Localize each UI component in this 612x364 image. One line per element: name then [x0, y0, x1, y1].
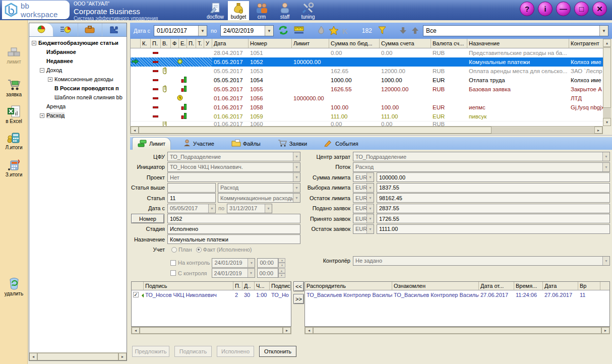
ruler-icon[interactable]	[293, 25, 305, 36]
grid-column-header[interactable]: Е.	[179, 39, 187, 48]
date-from-picker[interactable]: 01/01/2017 ▼	[154, 25, 207, 36]
signature-column-header[interactable]: П.	[233, 282, 242, 290]
scroll-thumb[interactable]	[313, 327, 601, 334]
grid-vertical-scrollbar[interactable]: ▴ ▾	[603, 39, 611, 126]
scroll-right-icon[interactable]: ▸	[594, 127, 602, 134]
grid-column-header[interactable]: Контрагент	[569, 39, 603, 48]
scroll-left-icon[interactable]: ◂	[131, 127, 139, 134]
plan-radio[interactable]	[171, 247, 177, 253]
signature-column-header[interactable]: Д..	[242, 282, 255, 290]
chevron-down-icon[interactable]: ▼	[248, 259, 255, 267]
grid-row[interactable]: 05.05.201710541000.001000.00EURОтлата тр…	[131, 76, 603, 85]
grid-column-header[interactable]: П.	[151, 39, 161, 48]
info-button[interactable]: i	[538, 2, 553, 16]
minimize-button[interactable]: —	[556, 2, 571, 16]
controller-column-header[interactable]: Время...	[514, 282, 543, 290]
grid-column-header[interactable]: У	[204, 39, 212, 48]
sidebar-item-zitogi[interactable]: З.итоги	[0, 158, 28, 177]
scroll-right-icon[interactable]: ▸	[283, 327, 291, 334]
sidebar-item-delete[interactable]: удалить	[0, 276, 28, 296]
chevron-down-icon[interactable]: ▼	[366, 204, 374, 213]
on-control-time-field[interactable]: 00:00	[257, 258, 278, 268]
signature-checkbox[interactable]: ✓	[133, 292, 139, 297]
arrow-down-icon[interactable]	[399, 26, 407, 36]
tab-pie-list[interactable]	[53, 23, 78, 36]
grid-row[interactable]: 01.06.201710561000000.00ЛТД	[131, 94, 603, 103]
grid-column-header[interactable]: К.	[141, 39, 151, 48]
tab-events[interactable]: События	[319, 137, 363, 150]
fact-radio[interactable]	[196, 247, 202, 253]
grid-row[interactable]: 28.04.201710510.000.00RUBПредставительск…	[131, 48, 603, 57]
limit-used-currency-select[interactable]: EUR▼	[353, 183, 374, 193]
controller-table-scrollbar[interactable]: ◂ ▸	[304, 327, 610, 334]
tree-horizontal-scrollbar[interactable]: ◂ ▸	[29, 352, 127, 360]
cfu-select[interactable]: ТО_Подразделение▼	[167, 152, 300, 161]
parent-article-code-field[interactable]	[167, 183, 216, 193]
chevron-down-icon[interactable]: ▼	[265, 204, 272, 213]
off-control-checkbox[interactable]	[170, 270, 176, 276]
scroll-right-icon[interactable]: ▸	[601, 327, 609, 334]
chevron-down-icon[interactable]: ▼	[599, 26, 608, 36]
grid-column-header[interactable]: В.	[161, 39, 171, 48]
scroll-right-icon[interactable]: ▸	[118, 353, 127, 360]
stage-field[interactable]: Исполнено	[167, 224, 300, 234]
scroll-up-icon[interactable]: ▴	[603, 39, 611, 47]
chevron-down-icon[interactable]: ▼	[602, 163, 609, 171]
grid-column-header[interactable]: Сумма счета	[380, 39, 431, 48]
limit-sum-currency-select[interactable]: EUR▼	[353, 172, 374, 182]
grid-column-header[interactable]: Сумма по бюд...	[329, 39, 380, 48]
tree-item[interactable]: Недавнее	[29, 56, 127, 66]
grid-row[interactable]: 01.06.201710600.000.00RUB	[131, 121, 603, 126]
close-button[interactable]: ✕	[592, 2, 607, 16]
scroll-thumb[interactable]	[37, 353, 118, 360]
tab-uchastie[interactable]: Участие	[178, 137, 219, 150]
claims-accepted-value-field[interactable]: 1726.55	[377, 214, 610, 223]
sidebar-item-litogi[interactable]: Л.итоги	[0, 131, 28, 150]
flow-select[interactable]: Расход▼	[353, 162, 610, 172]
tree-item[interactable]: −Бюджетообразующие статьи	[29, 38, 127, 47]
chevron-down-icon[interactable]: ▼	[198, 26, 207, 36]
scroll-thumb[interactable]	[603, 47, 611, 108]
grid-column-header[interactable]: Ф	[171, 39, 179, 48]
grid-column-header[interactable]: Назначение	[467, 39, 569, 48]
grid-row[interactable]: 01.06.20171058100.00100.00EURиепмсGj,fys…	[131, 103, 603, 112]
funnel-icon[interactable]	[378, 26, 387, 36]
scroll-down-icon[interactable]: ▾	[603, 118, 611, 126]
project-select[interactable]: Нет▼	[167, 172, 300, 182]
signature-column-header[interactable]	[132, 282, 144, 290]
article-code-field[interactable]: 11	[167, 193, 216, 203]
tab-files[interactable]: Файлы	[226, 137, 266, 150]
controller-column-header[interactable]: Распорядитель	[305, 282, 392, 290]
controller-column-header[interactable]: Дата	[543, 282, 578, 290]
chevron-down-icon[interactable]: ▼	[366, 184, 374, 192]
tab-limit[interactable]: Лимит	[132, 137, 171, 150]
flame-icon[interactable]	[317, 26, 325, 36]
help-button[interactable]: ?	[520, 2, 534, 16]
grid-column-header[interactable]: Номер	[249, 39, 292, 48]
chevron-down-icon[interactable]: ▼	[366, 214, 374, 223]
scroll-left-icon[interactable]: ◂	[132, 327, 140, 334]
scroll-left-icon[interactable]: ◂	[29, 353, 37, 360]
collapse-button[interactable]: <<	[293, 281, 304, 291]
controller-column-header[interactable]: Дата от...	[479, 282, 514, 290]
maximize-button[interactable]: □	[574, 2, 589, 16]
controller-select[interactable]: Не задано▼	[353, 256, 610, 266]
signature-column-header[interactable]: Подпись	[144, 282, 233, 290]
off-control-date-picker[interactable]: 24/01/2019▼	[212, 268, 255, 278]
initiator-select[interactable]: ТО_Носов ЧКЦ Николаевич.▼	[167, 162, 300, 172]
scope-select[interactable]: Все ▼	[423, 25, 608, 36]
grid-row[interactable]: 05.05.20171052100000.00Комунальные плате…	[131, 57, 603, 67]
chevron-down-icon[interactable]: ▼	[366, 173, 374, 181]
tab-puzzle[interactable]	[102, 23, 127, 36]
limit-date-from-picker[interactable]: 05/05/2017▼	[167, 204, 216, 213]
star-icon[interactable]	[329, 26, 339, 36]
scroll-thumb[interactable]	[140, 327, 283, 334]
signature-column-header[interactable]: Ч...	[255, 282, 270, 290]
limit-rest-value-field[interactable]: 98162.45	[377, 193, 610, 203]
sidebar-item-zayavka[interactable]: заявка	[0, 78, 28, 97]
reject-button[interactable]: Отклонить	[259, 346, 296, 357]
grid-column-header[interactable]	[131, 39, 141, 48]
on-control-date-picker[interactable]: 24/01/2019▼	[212, 258, 255, 268]
expand-icon[interactable]: +	[48, 77, 52, 82]
arrow-up-icon[interactable]	[411, 26, 419, 36]
